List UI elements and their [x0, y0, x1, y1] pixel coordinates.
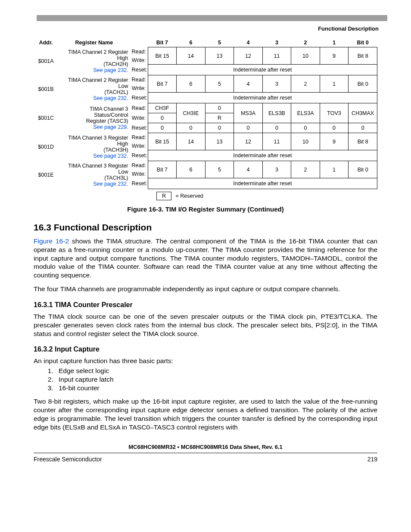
col-b5: 5 — [205, 38, 234, 47]
bit-cell: Bit 0 — [349, 75, 377, 93]
figure-ref-link[interactable]: Figure 16-2 — [34, 237, 69, 245]
reset-cell: Indeterminate after reset — [148, 178, 377, 189]
col-b4: 4 — [234, 38, 263, 47]
op-read: Read: — [130, 75, 148, 84]
reg-name2: (TACH2L) — [60, 89, 128, 95]
bit-cell: 10 — [291, 133, 320, 150]
reset-cell: 0 — [177, 123, 206, 133]
bit-cell: TOV3 — [320, 103, 349, 123]
reg-name2: (TACH2H) — [60, 61, 128, 67]
see-page-link[interactable]: See page 229. — [60, 124, 128, 130]
list-item: 16-bit counter — [55, 384, 377, 392]
bit-cell: 2 — [291, 161, 320, 178]
reg-name: TIMA Channel 2 Register High — [60, 49, 128, 61]
reset-cell: 0 — [262, 123, 291, 133]
bit-cell: 2 — [291, 75, 320, 93]
sub2-intro: An input capture function has three basi… — [34, 357, 377, 365]
op-write: Write: — [130, 142, 148, 150]
op-reset: Reset: — [130, 123, 148, 133]
col-b1: 1 — [320, 38, 349, 47]
bit-cell: 9 — [320, 47, 349, 65]
legend-eq: = Reserved — [176, 193, 203, 199]
bit-cell: ELS3B — [262, 103, 291, 123]
bit-cell: CH3IE — [177, 103, 206, 123]
bit-cell: 13 — [205, 133, 234, 150]
see-page-link[interactable]: See page 232. — [60, 95, 128, 101]
bit-cell: 1 — [320, 161, 349, 178]
col-bit0: Bit 0 — [349, 38, 377, 47]
bit-cell: 6 — [177, 75, 206, 93]
reset-cell: 0 — [148, 123, 177, 133]
bit-cell: MS3A — [234, 103, 263, 123]
see-page-link[interactable]: See page 232. — [60, 181, 128, 187]
op-write: Write: — [130, 84, 148, 93]
para-1: Figure 16-2 shows the TIMA structure. Th… — [34, 237, 377, 280]
list-item: Input capture latch — [55, 376, 377, 383]
reset-cell: Indeterminate after reset — [148, 150, 377, 161]
subsection-1-heading: 16.3.1 TIMA Counter Prescaler — [34, 301, 377, 309]
bit-cell: Bit 7 — [148, 161, 177, 178]
reg-name: TIMA Channel 2 Register Low — [60, 77, 128, 89]
bit-cell: 14 — [177, 133, 206, 150]
reset-cell: 0 — [320, 123, 349, 133]
bit-cell: 12 — [234, 133, 263, 150]
subsection-2-heading: 16.3.2 Input Capture — [34, 345, 377, 353]
col-name: Register Name — [58, 38, 130, 47]
op-write: Write: — [130, 113, 148, 123]
op-write: Write: — [130, 170, 148, 178]
see-page-link[interactable]: See page 232. — [60, 153, 128, 159]
op-reset: Reset: — [130, 178, 148, 189]
addr-001B: $001B — [34, 75, 58, 103]
bit-cell: 4 — [234, 75, 263, 93]
op-read: Read: — [130, 47, 148, 56]
op-reset: Reset: — [130, 65, 148, 75]
reg-name2: Register (TASC3) — [60, 118, 128, 124]
figure-caption: Figure 16-3. TIM I/O Register Summary (C… — [34, 205, 377, 213]
bit-cell: R — [205, 113, 234, 123]
reg-name: TIMA Channel 3 Status/Control — [60, 106, 128, 118]
reset-cell: 0 — [349, 123, 377, 133]
bit-cell: 11 — [262, 133, 291, 150]
addr-001E: $001E — [34, 161, 58, 189]
bit-cell: 14 — [177, 47, 206, 65]
op-reset: Reset: — [130, 150, 148, 161]
reg-name2: (TACH3L) — [60, 175, 128, 181]
bit-cell: 0 — [205, 103, 234, 113]
sub1-para: The TIMA clock source can be one of the … — [34, 312, 377, 338]
bit-cell: Bit 15 — [148, 133, 177, 150]
see-page-link[interactable]: See page 232. — [60, 67, 128, 73]
bit-cell: 4 — [234, 161, 263, 178]
para-2: The four TIMA channels are programmable … — [34, 285, 377, 293]
bit-cell: 10 — [291, 47, 320, 65]
reg-name: TIMA Channel 3 Register High — [60, 135, 128, 147]
footer-page-number: 219 — [367, 456, 377, 463]
bit-cell: 12 — [234, 47, 263, 65]
reg-name2: (TACH3H) — [60, 147, 128, 153]
list-item: Edge select logic — [55, 367, 377, 375]
op-reset: Reset: — [130, 93, 148, 103]
bit-cell: Bit 15 — [148, 47, 177, 65]
sub2-list: Edge select logic Input capture latch 16… — [47, 367, 377, 392]
footer-left: Freescale Semiconductor — [34, 456, 102, 463]
addr-001D: $001D — [34, 133, 58, 161]
addr-001C: $001C — [34, 103, 58, 133]
register-table: Addr. Register Name Bit 7 6 5 4 3 2 1 Bi… — [34, 38, 377, 189]
bit-cell: 3 — [262, 161, 291, 178]
bit-cell: 5 — [205, 75, 234, 93]
op-read: Read: — [130, 161, 148, 170]
col-b3: 3 — [262, 38, 291, 47]
sub2-para: Two 8-bit registers, which make up the 1… — [34, 397, 377, 431]
legend-r-box: R — [156, 192, 171, 200]
reg-name: TIMA Channel 3 Register Low — [60, 163, 128, 175]
bit-cell: 1 — [320, 75, 349, 93]
col-b6: 6 — [177, 38, 206, 47]
para-1-text: shows the TIMA structure. The central co… — [34, 237, 377, 279]
op-read: Read: — [130, 133, 148, 142]
reset-cell: 0 — [205, 123, 234, 133]
running-header: Functional Description — [0, 25, 379, 32]
addr-001A: $001A — [34, 47, 58, 75]
reset-cell: Indeterminate after reset — [148, 93, 377, 103]
op-read: Read: — [130, 103, 148, 113]
bit-cell: Bit 8 — [349, 133, 377, 150]
reset-cell: 0 — [291, 123, 320, 133]
